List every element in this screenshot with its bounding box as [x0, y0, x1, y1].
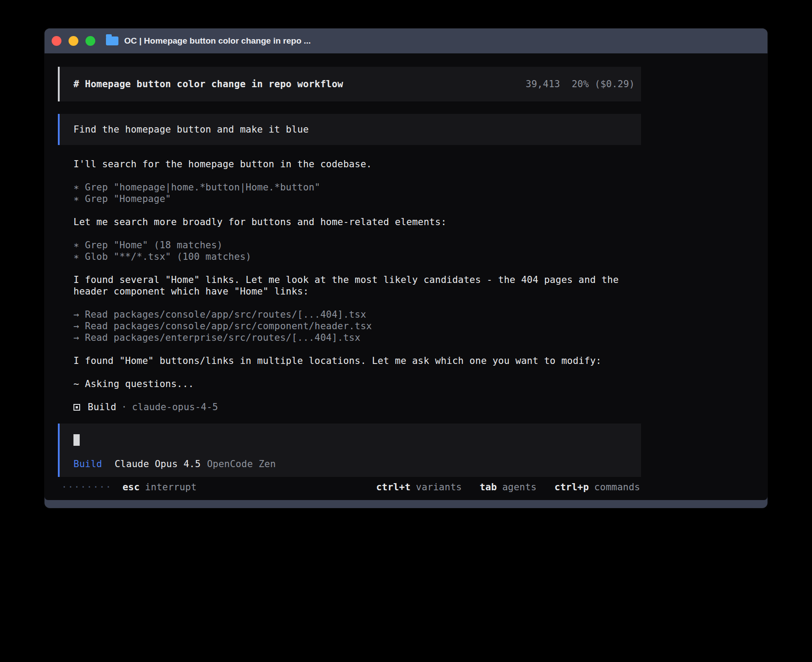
status-asking: ~ Asking questions...	[73, 378, 641, 390]
token-count: 39,413	[526, 78, 560, 90]
user-message-text: Find the homepage button and make it blu…	[73, 124, 309, 135]
assistant-message: I found several "Home" links. Let me loo…	[73, 274, 635, 297]
esc-label: interrupt	[145, 482, 197, 492]
text-cursor	[73, 434, 80, 446]
esc-key: esc	[122, 482, 140, 492]
context-cost: 20% ($0.29)	[572, 78, 635, 90]
statusbar-shortcuts: ctrl+tvariants tabagents ctrl+pcommands	[376, 481, 641, 493]
shortcut-interrupt: escinterrupt	[122, 481, 197, 493]
user-message: Find the homepage button and make it blu…	[58, 114, 641, 145]
minimize-button[interactable]	[69, 36, 78, 46]
session-title: # Homepage button color change in repo w…	[73, 78, 343, 90]
shortcut-commands: ctrl+pcommands	[554, 481, 640, 493]
input-meta: Build Claude Opus 4.5 OpenCode Zen	[73, 458, 641, 470]
agent-icon	[73, 404, 80, 411]
assistant-message: Let me search more broadly for buttons a…	[73, 216, 641, 228]
tool-call-read: → Read packages/console/app/src/componen…	[73, 320, 641, 332]
prompt-input[interactable]: Build Claude Opus 4.5 OpenCode Zen	[58, 424, 641, 477]
tool-call-read: → Read packages/console/app/src/routes/[…	[73, 309, 641, 320]
tool-call-read: → Read packages/enterprise/src/routes/[.…	[73, 332, 641, 343]
tool-call-grep: ∗ Grep "homepage|home.*button|Home.*butt…	[73, 182, 641, 193]
zoom-button[interactable]	[85, 36, 95, 46]
agent-name: Build	[88, 401, 116, 413]
terminal-content: # Homepage button color change in repo w…	[45, 53, 767, 500]
agent-separator: ·	[121, 401, 127, 413]
terminal-window: OC | Homepage button color change in rep…	[45, 28, 767, 508]
shortcut-variants: ctrl+tvariants	[376, 481, 462, 493]
transcript: I'll search for the homepage button in t…	[58, 158, 641, 413]
mode-label: Build	[73, 458, 102, 470]
statusbar: ········ escinterrupt ctrl+tvariants tab…	[58, 481, 641, 493]
folder-icon	[106, 36, 118, 45]
spinner-dots: ········	[61, 481, 112, 493]
tool-call-grep: ∗ Grep "Home" (18 matches)	[73, 239, 641, 251]
close-button[interactable]	[52, 36, 61, 46]
window-title: OC | Homepage button color change in rep…	[124, 36, 311, 46]
titlebar[interactable]: OC | Homepage button color change in rep…	[45, 28, 767, 53]
assistant-message: I'll search for the homepage button in t…	[73, 158, 641, 170]
tool-call-glob: ∗ Glob "**/*.tsx" (100 matches)	[73, 251, 641, 262]
assistant-message: I found "Home" buttons/links in multiple…	[73, 355, 641, 367]
agent-model: claude-opus-4-5	[132, 401, 218, 413]
traffic-lights	[52, 36, 95, 46]
session-header: # Homepage button color change in repo w…	[58, 67, 641, 101]
session-meta: 39,413 20% ($0.29)	[526, 78, 635, 90]
model-label: Claude Opus 4.5	[114, 458, 200, 470]
agent-status: Build · claude-opus-4-5	[73, 401, 641, 413]
provider-label: OpenCode Zen	[207, 458, 276, 470]
title-group: OC | Homepage button color change in rep…	[106, 36, 311, 46]
tool-call-grep: ∗ Grep "Homepage"	[73, 193, 641, 205]
shortcut-agents: tabagents	[479, 481, 536, 493]
